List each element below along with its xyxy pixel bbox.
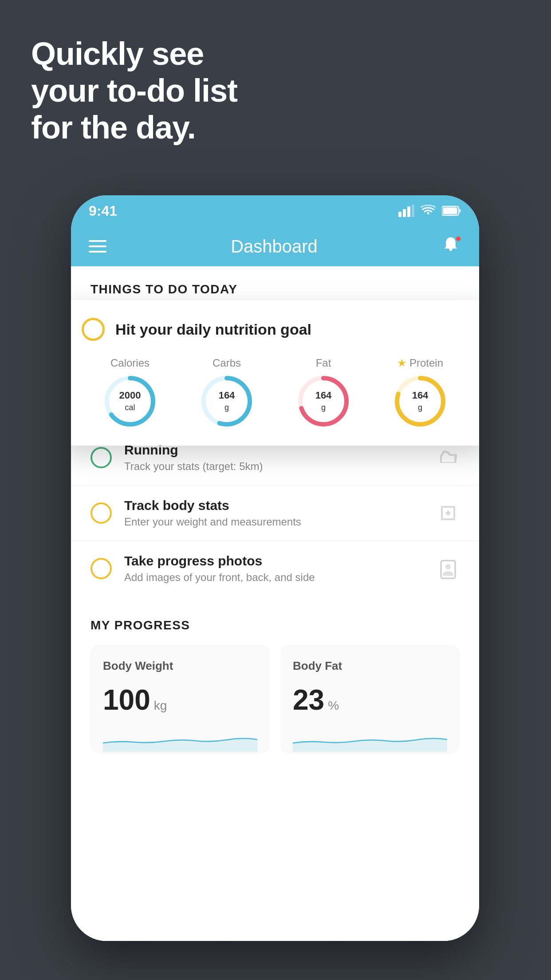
nutrition-item-fat: Fat 164g bbox=[297, 357, 350, 428]
todo-title: Track body stats bbox=[124, 498, 424, 513]
status-icons bbox=[398, 205, 461, 217]
todo-item-progress-photos[interactable]: Take progress photos Add images of your … bbox=[71, 541, 479, 596]
circle-value: 164g bbox=[412, 390, 429, 413]
progress-card-title: Body Fat bbox=[293, 659, 447, 673]
todo-text: Track body stats Enter your weight and m… bbox=[124, 498, 424, 528]
nutrition-label: Carbs bbox=[213, 357, 241, 369]
progress-unit: % bbox=[328, 699, 339, 713]
nutrition-label: ★Protein bbox=[397, 357, 443, 369]
todo-text: Take progress photos Add images of your … bbox=[124, 553, 424, 584]
progress-title: MY PROGRESS bbox=[91, 618, 460, 632]
notification-badge bbox=[455, 236, 461, 242]
progress-chart bbox=[293, 725, 447, 752]
todo-checkbox[interactable] bbox=[91, 558, 112, 579]
todo-subtitle: Enter your weight and measurements bbox=[124, 516, 424, 528]
nutrition-item-calories: Calories 2000cal bbox=[103, 357, 157, 428]
phone-mockup: 9:41 bbox=[71, 195, 479, 941]
progress-section: MY PROGRESS Body Weight 100 kg Body Fat … bbox=[71, 596, 479, 754]
battery-icon bbox=[442, 205, 461, 216]
todo-subtitle: Track your stats (target: 5km) bbox=[124, 460, 424, 473]
card-header: Hit your daily nutrition goal bbox=[82, 318, 468, 341]
hero-text: Quickly see your to-do list for the day. bbox=[31, 36, 237, 146]
todo-icon-scale bbox=[437, 502, 460, 525]
signal-icon bbox=[398, 205, 414, 217]
nutrition-item-carbs: Carbs 164g bbox=[200, 357, 253, 428]
nav-title: Dashboard bbox=[231, 237, 318, 257]
progress-card-body-fat[interactable]: Body Fat 23 % bbox=[280, 645, 460, 754]
progress-number: 23 bbox=[293, 684, 324, 716]
nutrition-row: Calories 2000cal Carbs 164g Fat bbox=[82, 357, 468, 428]
progress-unit: kg bbox=[154, 699, 167, 713]
todo-text: Running Track your stats (target: 5km) bbox=[124, 443, 424, 473]
progress-number: 100 bbox=[103, 684, 150, 716]
svg-rect-1 bbox=[403, 209, 406, 217]
notification-button[interactable] bbox=[442, 236, 461, 257]
nutrition-card: Hit your daily nutrition goal Calories 2… bbox=[71, 300, 479, 446]
svg-rect-0 bbox=[398, 212, 401, 217]
nutrition-item-protein: ★Protein 164g bbox=[394, 357, 447, 428]
nutrition-label: Fat bbox=[316, 357, 331, 369]
svg-rect-2 bbox=[407, 206, 410, 217]
nutrition-check-circle[interactable] bbox=[82, 318, 105, 341]
progress-value: 100 kg bbox=[103, 684, 257, 716]
todo-checkbox[interactable] bbox=[91, 502, 112, 524]
circle-value: 2000cal bbox=[119, 390, 141, 413]
menu-button[interactable] bbox=[89, 240, 106, 253]
svg-rect-3 bbox=[412, 205, 414, 217]
todo-icon-portrait bbox=[437, 557, 460, 580]
hero-line1: Quickly see bbox=[31, 36, 237, 72]
todo-title: Take progress photos bbox=[124, 553, 424, 569]
svg-rect-5 bbox=[459, 209, 461, 213]
progress-card-body-weight[interactable]: Body Weight 100 kg bbox=[91, 645, 270, 754]
nutrition-circle: 2000cal bbox=[103, 375, 157, 428]
todo-icon-shoe bbox=[437, 446, 460, 469]
status-bar: 9:41 bbox=[71, 195, 479, 226]
progress-chart bbox=[103, 725, 257, 752]
nutrition-circle: 164g bbox=[297, 375, 350, 428]
hero-line3: for the day. bbox=[31, 109, 237, 146]
wifi-icon bbox=[421, 205, 436, 217]
todo-subtitle: Add images of your front, back, and side bbox=[124, 571, 424, 584]
hero-line2: your to-do list bbox=[31, 72, 237, 109]
todo-item-body-stats[interactable]: Track body stats Enter your weight and m… bbox=[71, 485, 479, 541]
section-things-today: THINGS TO DO TODAY bbox=[71, 266, 479, 305]
todo-list: Running Track your stats (target: 5km) T… bbox=[71, 430, 479, 596]
svg-point-16 bbox=[445, 564, 451, 569]
progress-card-title: Body Weight bbox=[103, 659, 257, 673]
nutrition-label: Calories bbox=[110, 357, 150, 369]
circle-value: 164g bbox=[219, 390, 235, 413]
star-icon: ★ bbox=[397, 357, 407, 369]
todo-checkbox[interactable] bbox=[91, 447, 112, 468]
nutrition-card-title: Hit your daily nutrition goal bbox=[115, 321, 311, 338]
progress-cards: Body Weight 100 kg Body Fat 23 % bbox=[91, 645, 460, 754]
circle-value: 164g bbox=[315, 390, 332, 413]
status-time: 9:41 bbox=[89, 203, 117, 219]
progress-value: 23 % bbox=[293, 684, 447, 716]
content-area: THINGS TO DO TODAY Hit your daily nutrit… bbox=[71, 266, 479, 941]
svg-rect-6 bbox=[443, 208, 457, 214]
nav-bar: Dashboard bbox=[71, 226, 479, 266]
nutrition-circle: 164g bbox=[394, 375, 447, 428]
nutrition-circle: 164g bbox=[200, 375, 253, 428]
